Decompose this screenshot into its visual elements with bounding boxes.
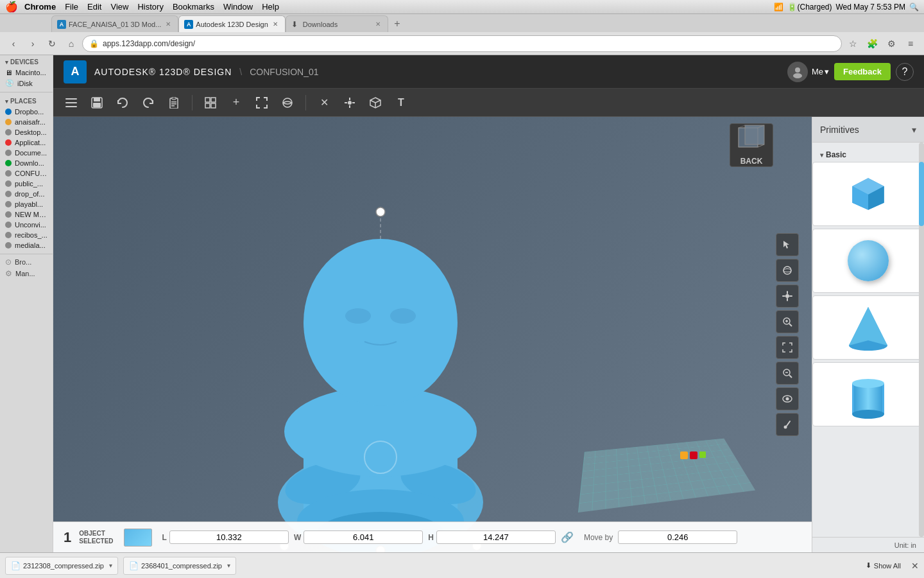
menu-bookmarks[interactable]: Bookmarks	[173, 2, 214, 12]
dropdown-arrow-icon: ▾	[825, 67, 829, 76]
zoom-tool-button[interactable]	[776, 310, 799, 333]
select-tool-button[interactable]	[776, 233, 799, 256]
measure-tool-button[interactable]	[776, 413, 799, 436]
download-item-1[interactable]: 📄 2312308_compressed.zip ▾	[5, 557, 118, 575]
tab-downloads[interactable]: ⬇ Downloads ✕	[286, 15, 388, 32]
bookmark-star-button[interactable]: ☆	[844, 35, 861, 52]
orbit-tool-button[interactable]	[776, 259, 799, 282]
sidebar-item-recibos[interactable]: recibos_...	[0, 230, 53, 240]
address-bar[interactable]: 🔒 apps.123dapp.com/design/	[82, 35, 842, 52]
move-by-input[interactable]	[618, 530, 737, 544]
sidebar-item-downloads[interactable]: Downlo...	[0, 158, 53, 168]
forward-button[interactable]: ›	[24, 35, 41, 52]
sidebar-item-confusion[interactable]: CONFUS...	[0, 168, 53, 179]
undo-button[interactable]	[112, 92, 133, 113]
nav-right-controls: ☆ 🧩 ⚙ ≡	[844, 35, 919, 52]
download-caret-2[interactable]: ▾	[227, 562, 230, 569]
sidebar-item-desktop[interactable]: Desktop...	[0, 127, 53, 137]
settings-button[interactable]: ⚙	[883, 35, 900, 52]
sidebar-item-dropbox[interactable]: Dropbo...	[0, 107, 53, 117]
sidebar-item-newma[interactable]: NEW MA...	[0, 209, 53, 220]
sidebar-item-public[interactable]: public_...	[0, 179, 53, 189]
tab-close-2[interactable]: ✕	[271, 20, 280, 29]
back-button[interactable]: ‹	[5, 35, 22, 52]
tab-123d-design[interactable]: A Autodesk 123D Design ✕	[178, 15, 286, 32]
svg-point-18	[348, 101, 352, 105]
svg-rect-10	[171, 101, 176, 103]
sidebar-item-documents[interactable]: Docume...	[0, 148, 53, 158]
manipulator-button[interactable]	[339, 92, 360, 113]
apple-menu[interactable]: 🍎	[5, 1, 18, 13]
home-button[interactable]: ⌂	[63, 35, 80, 52]
tab-face-anaisa[interactable]: A FACE_ANAISA_01 3D Mod... ✕	[51, 15, 178, 32]
menu-file[interactable]: File	[65, 2, 78, 12]
menu-window[interactable]: Window	[223, 2, 253, 12]
new-tab-button[interactable]: +	[388, 15, 406, 32]
menu-view[interactable]: View	[110, 2, 128, 12]
menu-edit[interactable]: Edit	[87, 2, 101, 12]
svg-rect-13	[205, 98, 210, 102]
visibility-tool-button[interactable]	[776, 387, 799, 410]
add-shape-button[interactable]: +	[226, 92, 246, 113]
panel-scrollbar[interactable]	[919, 143, 924, 537]
menu-help[interactable]: Help	[262, 2, 279, 12]
save-button[interactable]	[87, 92, 107, 113]
clipboard-button[interactable]	[164, 92, 184, 113]
fit-view-tool-button[interactable]	[776, 336, 799, 359]
menu-chrome[interactable]: Chrome	[24, 2, 56, 12]
primitive-cylinder[interactable]	[812, 362, 924, 426]
me-button[interactable]: Me ▾	[812, 67, 829, 76]
fit-view-button[interactable]	[252, 92, 272, 113]
basic-section-header[interactable]: ▾ Basic	[812, 148, 924, 162]
sidebar-item-playable[interactable]: playabl...	[0, 199, 53, 209]
menu-dots-button[interactable]: ≡	[902, 35, 919, 52]
sidebar-item-drop-off[interactable]: drop_of...	[0, 189, 53, 199]
view-cube-button[interactable]	[365, 92, 386, 113]
user-avatar[interactable]	[787, 62, 808, 82]
text-button[interactable]: T	[391, 92, 411, 113]
sidebar-action-manage[interactable]: ⚙ Man...	[0, 268, 53, 279]
extensions-button[interactable]: 🧩	[864, 35, 880, 52]
show-all-button[interactable]: ⬇ Show All	[866, 561, 901, 570]
tab-close-3[interactable]: ✕	[373, 20, 382, 29]
download-item-2[interactable]: 📄 2368401_compressed.zip ▾	[123, 557, 236, 575]
path-separator: \	[239, 67, 242, 77]
grid-view-button[interactable]	[200, 92, 221, 113]
length-input[interactable]	[169, 530, 289, 544]
width-input[interactable]	[304, 530, 423, 544]
close-downloads-button[interactable]: ✕	[911, 561, 919, 571]
sidebar-item-mediala[interactable]: mediala...	[0, 240, 53, 250]
search-icon[interactable]: 🔍	[909, 3, 919, 12]
sidebar-action-browse[interactable]: ⊙ Bro...	[0, 256, 53, 268]
3d-viewport[interactable]: BACK	[53, 117, 812, 552]
primitive-cone[interactable]	[812, 295, 924, 360]
drop-off-icon	[5, 191, 12, 197]
feedback-button[interactable]: Feedback	[834, 63, 891, 80]
menu-button[interactable]	[61, 92, 81, 113]
panel-dropdown-arrow[interactable]: ▾	[912, 125, 916, 135]
sidebar-item-idisk[interactable]: 💿 iDisk	[0, 78, 53, 89]
transform-button[interactable]: ✕	[314, 92, 334, 113]
sidebar-item-applications[interactable]: Applicat...	[0, 137, 53, 148]
zoom-window-tool-button[interactable]	[776, 362, 799, 385]
tab-bar: A FACE_ANAISA_01 3D Mod... ✕ A Autodesk …	[0, 14, 924, 32]
help-button[interactable]: ?	[896, 63, 914, 81]
pan-tool-button[interactable]	[776, 285, 799, 308]
panel-scrollbar-thumb[interactable]	[919, 162, 924, 226]
redo-button[interactable]	[138, 92, 158, 113]
height-input[interactable]	[436, 530, 556, 544]
primitive-cube[interactable]	[812, 162, 924, 226]
svg-rect-3	[65, 102, 77, 103]
primitive-sphere[interactable]	[812, 229, 924, 293]
back-view-cube[interactable]: BACK	[730, 123, 773, 167]
sidebar-item-unconvi[interactable]: Unconvi...	[0, 220, 53, 230]
object-color-swatch[interactable]	[124, 529, 152, 547]
download-caret-1[interactable]: ▾	[109, 562, 112, 569]
sidebar-item-anaisafr[interactable]: anaisafr...	[0, 117, 53, 127]
link-proportions-icon[interactable]: 🔗	[561, 531, 574, 543]
tab-close-1[interactable]: ✕	[164, 20, 173, 29]
sidebar-item-macintosh[interactable]: 🖥 Macinto...	[0, 67, 53, 78]
orbit-button[interactable]	[277, 92, 298, 113]
refresh-button[interactable]: ↻	[44, 35, 60, 52]
menu-history[interactable]: History	[137, 2, 163, 12]
